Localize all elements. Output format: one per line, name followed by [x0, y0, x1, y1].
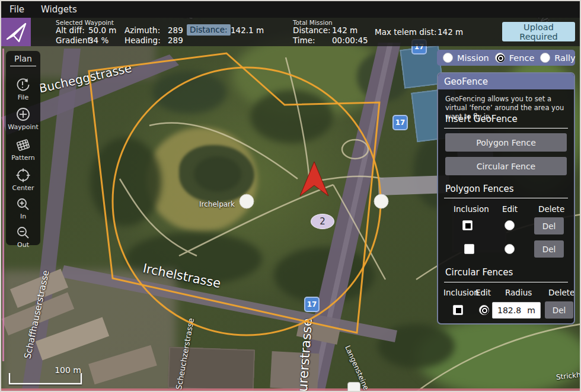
plan-toolbar: Selected Waypoint Alt diff: 50.0 m Gradi… [1, 18, 581, 46]
zoom-in-icon [15, 197, 31, 212]
mission-time-label: Time: [293, 36, 315, 45]
gradient-value: 34 % [88, 36, 108, 45]
mode-label: Fence [509, 53, 535, 63]
circle-radius-handle[interactable] [374, 194, 388, 208]
circular-col-inclusion: Inclusion [443, 288, 479, 297]
circular-row-inclusion-checkbox[interactable] [453, 305, 463, 315]
heading-value: 289 [168, 36, 183, 45]
sidebar-item-center[interactable]: Center [6, 167, 40, 192]
app-logo[interactable] [1, 18, 31, 46]
menu-widgets[interactable]: Widgets [33, 1, 85, 18]
polygon-col-delete: Delete [538, 204, 564, 214]
geofence-panel-title: GeoFence [438, 73, 574, 89]
sidebar-item-label: Waypoint [6, 123, 40, 131]
mode-option-fence[interactable]: Fence [495, 53, 535, 63]
app-window: Hirsc Wint Bucheggstrasse Irchelpark Irc… [0, 0, 581, 392]
polygon-row2-delete-button[interactable]: Del [534, 240, 564, 258]
divider [444, 128, 568, 128]
polygon-row1-edit-radio[interactable] [505, 220, 515, 230]
mode-label: Rally [554, 53, 575, 63]
alt-diff-value: 50.0 m [88, 25, 117, 35]
sync-icon [15, 76, 31, 93]
sidebar-item-zoom-out[interactable]: Out [6, 225, 40, 249]
geofence-panel: GeoFence GeoFencing allows you to set a … [437, 72, 575, 324]
circular-row-edit-radio[interactable] [479, 305, 489, 315]
circular-col-radius: Radius [505, 288, 532, 297]
max-telem-value: 142 m [438, 27, 463, 37]
polygon-fences-title: Polygon Fences [445, 184, 514, 194]
zoom-out-icon [15, 225, 31, 240]
polygon-fence-button[interactable]: Polygon Fence [445, 133, 567, 152]
circular-col-delete: Delete [548, 288, 574, 297]
circle-center-handle[interactable] [240, 194, 254, 208]
sidebar-item-waypoint[interactable]: Waypoint [6, 106, 40, 131]
menu-file[interactable]: File [1, 1, 33, 18]
paper-plane-icon [4, 20, 28, 44]
insert-geofence-title: Insert GeoFence [445, 114, 518, 124]
gradient-label: Gradient: [56, 36, 93, 45]
sidebar-item-label: Out [6, 241, 40, 249]
sidebar-item-label: Center [6, 184, 40, 192]
plan-tools-sidebar: Plan File Waypoint Pattern [6, 51, 40, 245]
circular-row-delete-button[interactable]: Del [545, 301, 573, 319]
distance-value: 142.1 m [231, 25, 264, 35]
sidebar-title: Plan [10, 51, 36, 66]
polygon-col-edit: Edit [502, 204, 518, 214]
radio-mission[interactable] [443, 53, 453, 63]
max-telem-label: Max telem dist: [375, 27, 437, 37]
sidebar-item-file[interactable]: File [6, 76, 40, 101]
heading-label: Heading: [124, 36, 161, 45]
add-waypoint-icon [15, 106, 31, 123]
sidebar-item-pattern[interactable]: Pattern [6, 137, 40, 162]
circular-col-edit: Edit [475, 288, 491, 297]
vehicle-arrow [300, 162, 328, 196]
mission-distance-label: Distance: [293, 25, 331, 35]
mission-time-value: 00:00:45 [332, 36, 368, 45]
mode-option-rally[interactable]: Rally [540, 53, 575, 63]
sidebar-item-label: File [6, 94, 40, 101]
radio-rally[interactable] [540, 53, 550, 63]
circular-fence-button[interactable]: Circular Fence [445, 157, 567, 175]
mode-label: Mission [457, 53, 489, 63]
polygon-row1-delete-button[interactable]: Del [534, 217, 564, 234]
radius-unit: m [527, 306, 540, 315]
azimuth-label: Azimuth: [124, 25, 160, 35]
center-crosshair-icon [15, 167, 31, 184]
sidebar-item-zoom-in[interactable]: In [6, 197, 40, 220]
azimuth-value: 289 [168, 25, 183, 35]
radius-input[interactable] [493, 305, 523, 316]
mode-option-mission[interactable]: Mission [443, 53, 489, 63]
polygon-row2-edit-radio[interactable] [505, 244, 515, 254]
radio-fence[interactable] [495, 53, 505, 63]
distance-label: Distance: [187, 24, 231, 36]
sidebar-item-label: In [6, 213, 40, 220]
polygon-row1-inclusion-checkbox[interactable] [462, 220, 473, 230]
polygon-col-inclusion: Inclusion [454, 204, 489, 214]
map-scale-label: 100 m [37, 365, 81, 375]
pattern-icon [15, 137, 31, 153]
divider [444, 282, 568, 282]
waypoint-2-badge[interactable]: 2 [311, 214, 334, 229]
mission-distance-value: 142 m [332, 25, 357, 35]
divider [444, 198, 568, 198]
upload-required-button[interactable]: Upload Required [502, 22, 575, 41]
menu-bar: File Widgets [1, 1, 581, 18]
circular-radius-field: m [492, 302, 541, 319]
polygon-fence-shape[interactable] [89, 53, 379, 333]
alt-diff-label: Alt diff: [56, 25, 85, 35]
polygon-row2-inclusion-checkbox[interactable] [464, 244, 474, 254]
circular-fences-title: Circular Fences [445, 267, 513, 278]
plan-mode-bar: Mission Fence Rally [437, 50, 575, 66]
sidebar-item-label: Pattern [6, 154, 40, 162]
